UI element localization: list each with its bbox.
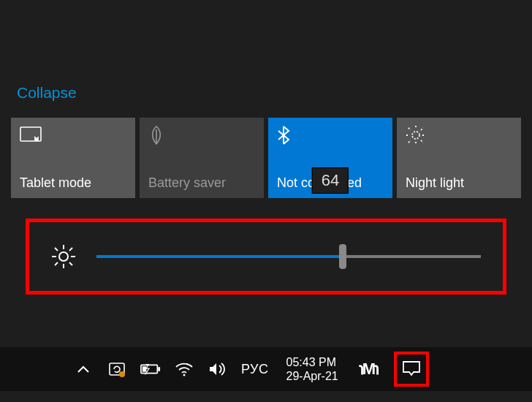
action-center-button[interactable]	[394, 352, 429, 387]
language-indicator[interactable]: РУС	[241, 362, 269, 377]
tablet-mode-icon	[20, 125, 126, 145]
bluetooth-icon	[277, 125, 384, 145]
tile-label: Night light	[406, 175, 512, 191]
svg-rect-24	[158, 367, 160, 371]
night-light-icon	[406, 125, 512, 145]
clock-date: 29-Apr-21	[286, 369, 338, 383]
action-center-panel: Collapse Tablet mode Battery saver	[11, 84, 521, 295]
wifi-icon[interactable]	[174, 359, 194, 379]
svg-point-3	[412, 132, 419, 139]
app-logo-icon[interactable]: ℩M℩	[359, 360, 378, 379]
svg-point-12	[59, 252, 68, 261]
svg-line-8	[408, 128, 411, 130]
tray-overflow-chevron-icon[interactable]	[73, 359, 94, 379]
svg-line-9	[421, 140, 423, 143]
brightness-tooltip: 64	[312, 167, 349, 194]
tile-battery-saver[interactable]: Battery saver	[140, 118, 264, 198]
svg-line-20	[69, 248, 72, 251]
brightness-slider-thumb[interactable]	[339, 244, 346, 269]
leaf-icon	[148, 125, 255, 145]
svg-rect-25	[142, 366, 147, 371]
sync-icon[interactable]	[107, 359, 127, 379]
taskbar-clock[interactable]: 05:43 PM 29-Apr-21	[286, 355, 338, 383]
taskbar: РУС 05:43 PM 29-Apr-21 ℩M℩	[0, 347, 532, 391]
svg-point-1	[34, 137, 37, 140]
battery-icon[interactable]	[140, 359, 161, 379]
svg-line-19	[55, 262, 58, 265]
tile-night-light[interactable]: Night light	[397, 118, 521, 198]
tile-label: Battery saver	[148, 175, 255, 191]
volume-icon[interactable]	[208, 359, 228, 379]
collapse-link[interactable]: Collapse	[17, 84, 77, 102]
brightness-slider-highlight	[26, 219, 506, 295]
brightness-slider[interactable]	[96, 255, 481, 258]
svg-line-10	[408, 140, 411, 143]
quick-action-tiles: Tablet mode Battery saver Not connected …	[11, 118, 521, 198]
svg-line-18	[69, 262, 72, 265]
clock-time: 05:43 PM	[286, 355, 338, 369]
svg-line-17	[55, 248, 58, 251]
tile-tablet-mode[interactable]: Tablet mode	[11, 118, 135, 198]
tile-label: Tablet mode	[20, 175, 126, 191]
tile-bluetooth[interactable]: Not connected 64	[268, 118, 392, 198]
brightness-icon	[51, 244, 76, 269]
svg-point-26	[183, 374, 186, 376]
brightness-slider-fill	[96, 255, 343, 258]
svg-line-11	[421, 128, 423, 130]
svg-point-22	[119, 371, 125, 377]
